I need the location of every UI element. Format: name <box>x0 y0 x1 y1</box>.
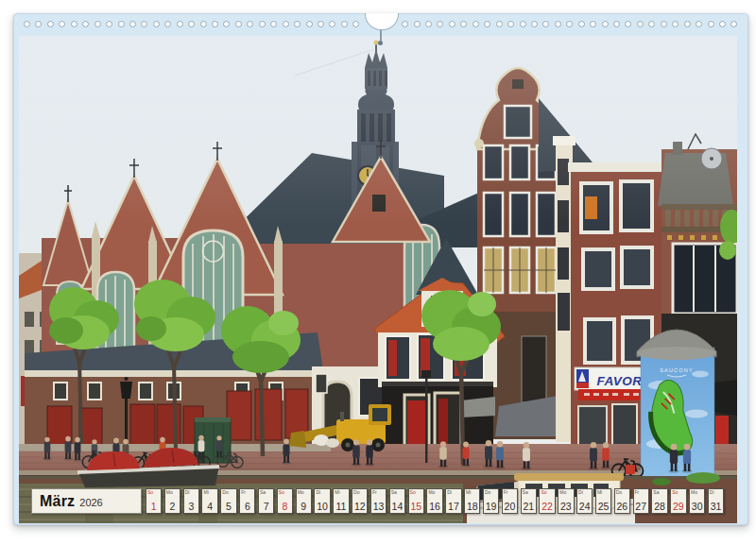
day-number: 17 <box>446 502 460 512</box>
weekday-abbr: Mi <box>597 490 602 495</box>
day-cell: So15 <box>408 488 424 514</box>
binding-hole <box>47 21 54 27</box>
weekday-abbr: Mi <box>466 490 471 495</box>
weekday-abbr: Fr <box>241 490 246 495</box>
day-number: 5 <box>221 502 235 512</box>
day-number: 18 <box>465 502 479 512</box>
weekday-abbr: Do <box>485 490 490 495</box>
binding-hole <box>94 21 101 27</box>
binding-hole <box>730 21 737 27</box>
atmospheric-haze <box>19 36 737 225</box>
binding-hole <box>212 21 218 27</box>
day-number: 13 <box>371 502 386 512</box>
weekday-abbr: Mo <box>691 490 697 495</box>
weekday-abbr: Sa <box>260 490 266 495</box>
day-cell: Do5 <box>220 488 236 514</box>
binding-hole <box>306 21 313 27</box>
day-cell: Di31 <box>708 488 724 514</box>
binding-hole <box>578 21 585 27</box>
weekday-abbr: Sa <box>653 490 659 495</box>
binding-hole <box>235 21 242 27</box>
day-number: 24 <box>577 502 592 512</box>
weekday-abbr: Di <box>447 490 452 495</box>
year-label: 2026 <box>79 494 102 508</box>
binding-hole <box>684 21 691 27</box>
day-cell: Sa14 <box>389 488 405 514</box>
day-number: 31 <box>709 502 723 512</box>
binding-hole <box>59 21 65 27</box>
day-cell: Mi11 <box>333 488 349 514</box>
day-cell: Do26 <box>614 488 630 514</box>
day-cell: Mi4 <box>201 488 217 514</box>
day-number: 12 <box>352 502 367 512</box>
binding-hole <box>283 21 289 27</box>
binding-hole <box>402 21 408 27</box>
binding-hole <box>223 21 230 27</box>
day-cell: Sa7 <box>258 488 274 514</box>
day-cell: So1 <box>146 488 162 514</box>
binding-hole <box>153 21 160 27</box>
day-number: 23 <box>558 502 573 512</box>
binding-hole <box>648 21 655 27</box>
day-number: 6 <box>240 502 254 512</box>
weekday-abbr: Di <box>710 490 714 495</box>
day-number: 29 <box>671 502 685 512</box>
day-cell: Fr20 <box>502 488 518 514</box>
day-cell: Di24 <box>576 488 593 514</box>
day-cell: Di10 <box>314 488 330 514</box>
weekday-abbr: Sa <box>523 490 528 495</box>
day-number: 11 <box>334 502 348 512</box>
day-number: 9 <box>297 502 311 512</box>
day-number: 1 <box>146 502 161 512</box>
weekday-abbr: Fr <box>372 490 377 495</box>
binding-hole <box>294 21 301 27</box>
day-number: 27 <box>634 502 648 512</box>
binding-hole <box>472 21 479 27</box>
weekday-abbr: Mi <box>203 490 208 495</box>
day-number: 3 <box>184 502 198 512</box>
weekday-abbr: Di <box>316 490 320 495</box>
day-cell: Mo23 <box>558 488 574 514</box>
binding-hole <box>341 21 348 27</box>
day-cell: So22 <box>539 488 555 514</box>
day-number: 10 <box>315 502 329 512</box>
binding-hole <box>696 21 702 27</box>
binding-hole <box>200 21 207 27</box>
binding-hole <box>672 21 679 27</box>
binding-hole <box>129 21 136 27</box>
binding-hole <box>177 21 183 27</box>
weekday-abbr: Fr <box>635 490 640 495</box>
weekday-abbr: Mo <box>298 490 304 495</box>
day-cell: So8 <box>277 488 293 514</box>
binding-hole <box>247 21 253 27</box>
weekday-abbr: Do <box>616 490 622 495</box>
day-cell: Sa21 <box>521 488 537 514</box>
binding-hole <box>71 21 77 27</box>
binding-hole <box>542 21 549 27</box>
binding-hole <box>270 21 277 27</box>
day-cell: Sa28 <box>651 488 667 514</box>
binding-hole <box>708 21 714 27</box>
binding-hole <box>507 21 514 27</box>
binding-hole <box>35 21 42 27</box>
day-cell: Mi25 <box>595 488 611 514</box>
day-cell: So29 <box>670 488 686 514</box>
page-background: FAVORIT <box>0 0 756 545</box>
weekday-abbr: Mo <box>166 490 173 495</box>
weekday-abbr: So <box>410 490 416 495</box>
day-number: 15 <box>409 502 423 512</box>
weekday-abbr: So <box>147 490 153 495</box>
day-number: 7 <box>259 502 273 512</box>
day-number: 21 <box>522 502 536 512</box>
day-number: 30 <box>690 502 704 512</box>
binding-hole <box>82 21 89 27</box>
day-number: 2 <box>165 502 180 512</box>
binding-hole <box>590 21 596 27</box>
weekday-abbr: So <box>541 490 546 495</box>
binding-hole <box>425 21 432 27</box>
binding-hole <box>625 21 631 27</box>
weekday-abbr: Do <box>353 490 359 495</box>
day-cell: Mo9 <box>296 488 312 514</box>
binding-hole <box>259 21 266 27</box>
binding-hole <box>520 21 526 27</box>
